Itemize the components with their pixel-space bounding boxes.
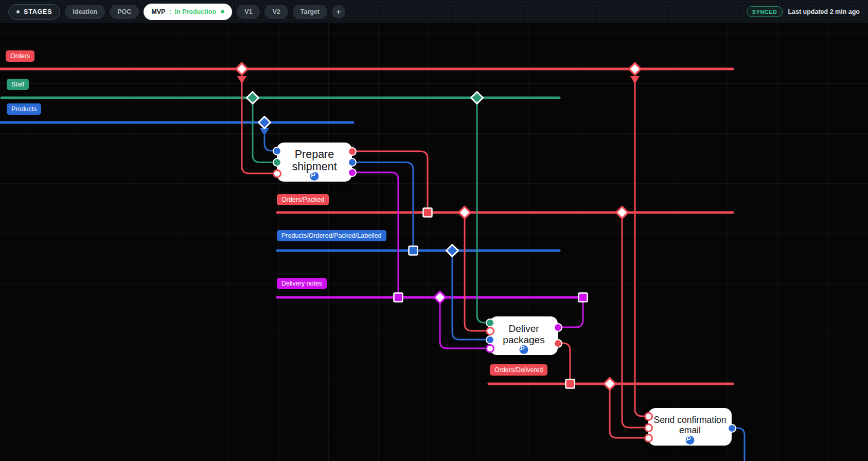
tab-separator: :	[169, 8, 171, 15]
lane-label-products-opl: Products/Ordered/Packed/Labelled	[277, 230, 386, 241]
marker-diamond-orders-packed-2[interactable]	[616, 207, 628, 219]
lane-label-delivery-notes: Delivery notes	[277, 278, 327, 289]
tab-label: POC	[117, 8, 131, 15]
input-port-orders[interactable]	[644, 412, 653, 421]
tab-v1[interactable]: V1	[237, 5, 260, 19]
stages-menu-button[interactable]: STAGES	[8, 4, 60, 20]
last-updated-text: Last updated 2 min ago	[788, 8, 860, 15]
bullet-dot-icon	[16, 10, 20, 13]
edge-orders-delivered-to-send[interactable]	[610, 389, 644, 438]
tab-poc[interactable]: POC	[110, 5, 139, 19]
output-port-orders-delivered[interactable]	[554, 339, 562, 348]
node-label: Deliver packages	[490, 323, 558, 348]
edge-deliver-to-delivery-notes[interactable]	[562, 303, 583, 327]
arrow-down-icon	[630, 76, 640, 84]
edge-products-to-prepare[interactable]	[264, 136, 272, 151]
edge-deliver-to-orders-delivered[interactable]	[562, 343, 570, 379]
tab-mvp-active[interactable]: MVP : In Production	[144, 4, 232, 20]
lane-label-products: Products	[7, 103, 41, 115]
stage-tabs: STAGES Ideation POC MVP : In Production …	[8, 4, 747, 20]
marker-diamond-staff-2[interactable]	[471, 92, 483, 104]
node-send-confirmation-email[interactable]: Send confirmation email	[648, 408, 732, 446]
magnifier-icon[interactable]	[310, 172, 319, 181]
tab-label: V1	[244, 8, 252, 15]
output-port-orders-packed[interactable]	[348, 147, 357, 156]
input-port-orders[interactable]	[273, 169, 281, 178]
edge-staff-to-prepare[interactable]	[253, 103, 272, 163]
input-port-products-opl[interactable]	[486, 335, 494, 344]
input-port-staff[interactable]	[486, 318, 494, 327]
node-label: Send confirmation email	[648, 415, 732, 438]
marker-square-products-opl[interactable]	[409, 246, 418, 255]
tab-label: Ideation	[73, 8, 97, 15]
lane-label-staff: Staff	[7, 79, 29, 90]
lane-label-orders: Orders	[6, 50, 34, 62]
stages-menu-label: STAGES	[24, 8, 52, 15]
tab-target[interactable]: Target	[293, 5, 327, 19]
input-port-staff[interactable]	[273, 158, 281, 167]
tab-label: V2	[272, 8, 280, 15]
marker-diamond-orders-delivered[interactable]	[604, 378, 616, 390]
tab-status-label: In Production	[175, 8, 217, 15]
top-toolbar: STAGES Ideation POC MVP : In Production …	[0, 0, 868, 23]
tab-ideation[interactable]: Ideation	[65, 5, 105, 19]
edge-orders-to-send[interactable]	[635, 81, 644, 416]
magnifier-icon[interactable]	[520, 345, 528, 354]
add-stage-button[interactable]: +	[332, 5, 345, 19]
marker-square-orders-delivered[interactable]	[566, 380, 575, 388]
lane-label-orders-delivered: Orders/Delivered	[490, 364, 547, 376]
output-port-delivery-notes[interactable]	[554, 323, 562, 332]
marker-square-delivery-notes[interactable]	[394, 293, 403, 302]
edge-send-output[interactable]	[736, 428, 745, 461]
lane-label-orders-packed: Orders/Packed	[277, 194, 329, 205]
sync-area: SYNCED Last updated 2 min ago	[747, 6, 860, 17]
arrow-down-icon	[260, 128, 269, 136]
status-dot-icon	[221, 10, 224, 13]
marker-diamond-delivery-notes[interactable]	[434, 292, 446, 304]
edge-orders-packed-to-deliver[interactable]	[465, 218, 485, 331]
marker-square-delivery-notes-end[interactable]	[579, 293, 588, 302]
output-port-products-opl[interactable]	[348, 158, 357, 167]
input-port-orders-delivered[interactable]	[644, 434, 653, 442]
marker-diamond-products-opl[interactable]	[447, 245, 458, 257]
tab-label: MVP	[151, 8, 165, 15]
input-port-orders-packed[interactable]	[644, 423, 653, 432]
input-port-products[interactable]	[273, 147, 281, 155]
node-deliver-packages[interactable]: Deliver packages	[490, 316, 558, 355]
output-port[interactable]	[728, 424, 736, 433]
output-port-delivery-notes[interactable]	[348, 168, 357, 177]
marker-diamond-orders-1[interactable]	[236, 63, 248, 75]
edge-orders-packed-to-send[interactable]	[622, 218, 644, 428]
edge-delivery-notes-to-deliver[interactable]	[440, 303, 485, 348]
marker-diamond-orders-packed-1[interactable]	[459, 207, 471, 219]
arrow-down-icon	[237, 76, 246, 84]
marker-diamond-products[interactable]	[259, 117, 271, 129]
tab-label: Target	[300, 8, 320, 15]
flow-graph	[0, 23, 868, 461]
edge-orders-to-prepare[interactable]	[242, 81, 272, 173]
synced-badge: SYNCED	[747, 6, 783, 17]
input-port-delivery-notes[interactable]	[486, 344, 494, 353]
node-prepare-shipment[interactable]: Prepare shipment	[277, 143, 352, 182]
marker-diamond-staff-1[interactable]	[247, 92, 259, 104]
tab-v2[interactable]: V2	[264, 5, 288, 19]
marker-diamond-orders-2[interactable]	[629, 63, 641, 75]
magnifier-icon[interactable]	[686, 436, 695, 445]
flow-canvas[interactable]: Orders Staff Products Orders/Packed Prod…	[0, 23, 868, 461]
input-port-orders-packed[interactable]	[486, 327, 494, 335]
marker-square-orders-packed[interactable]	[423, 208, 432, 217]
edge-prepare-to-orders-packed[interactable]	[356, 151, 428, 207]
